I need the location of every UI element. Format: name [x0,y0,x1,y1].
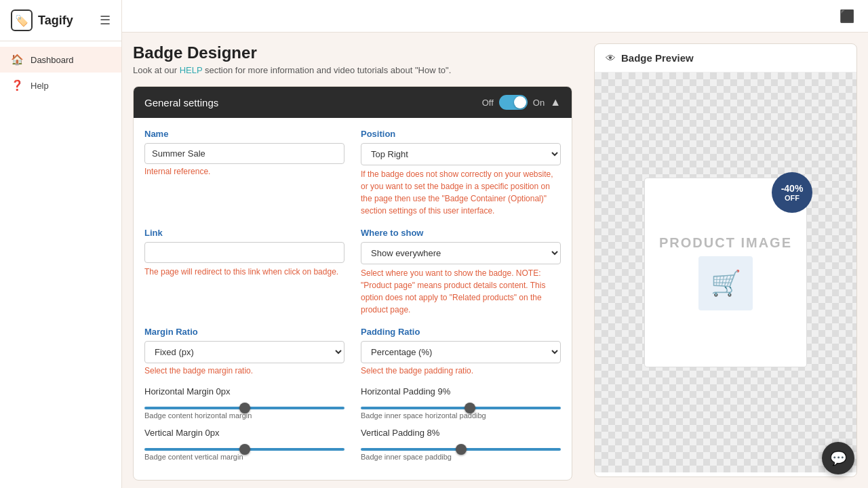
padding-ratio-hint: Select the badge padding ratio. [361,366,561,375]
where-to-show-info: Select where you want to show the badge.… [361,267,561,316]
sidebar-nav: 🏠 Dashboard ❓ Help [0,41,121,104]
sidebar: 🏷️ Tagify ☰ 🏠 Dashboard ❓ Help [0,0,122,488]
settings-header-right: Off On ▲ [482,95,561,110]
horizontal-margin-value: 0px [216,386,231,396]
name-hint: Internal reference. [144,167,344,176]
logo-text: Tagify [38,14,73,28]
exit-icon[interactable]: ⬛ [840,9,854,24]
product-image-text: PRODUCT IMAGE [659,235,792,251]
margin-ratio-select[interactable]: Fixed (px) Percentage (%) [144,341,344,363]
preview-card: 👁 Badge Preview PRODUCT IMAGE 🛒 -40% [594,43,857,477]
page-title: Badge Designer [133,43,572,62]
content-area: Badge Designer Look at our HELP section … [122,33,868,488]
vertical-padding-slider-group: Vertical Padding 8% Badge inner space pa… [361,428,561,461]
help-icon: ❓ [11,79,24,92]
horizontal-margin-title: Horizontal Margin 0px [144,386,344,396]
subtitle-prefix: Look at our [133,65,180,75]
sidebar-item-dashboard[interactable]: 🏠 Dashboard [0,47,121,73]
vertical-margin-value: 0px [205,428,220,438]
logo-icon: 🏷️ [11,9,33,31]
name-label: Name [144,129,344,139]
position-select[interactable]: Top Right Top Left Bottom Left Bottom Ri… [361,143,561,165]
chat-button[interactable]: 💬 [822,442,854,474]
general-settings-card: General settings Off On ▲ Name [133,86,572,481]
where-to-show-select[interactable]: Show everywhere Product page only Listin… [361,242,561,264]
topbar: ⬛ [122,0,868,33]
badge-percent: -40% [781,183,804,195]
toggle-on-label: On [533,98,545,108]
toggle-off-label: Off [482,98,494,108]
horizontal-margin-label: Horizontal Margin [144,386,214,396]
badge-off: OFF [785,194,800,202]
settings-header: General settings Off On ▲ [134,87,572,118]
vertical-margin-slider-group: Vertical Margin 0px Badge content vertic… [144,428,344,461]
margin-ratio-field-group: Margin Ratio Fixed (px) Percentage (%) S… [144,327,344,375]
sidebar-item-label-help: Help [31,81,49,91]
preview-body: PRODUCT IMAGE 🛒 -40% OFF [595,73,856,472]
vertical-padding-label: Vertical Padding [361,428,425,438]
horizontal-padding-slider[interactable] [361,407,561,409]
cart-icon-container: 🛒 [698,256,753,310]
vertical-padding-slider[interactable] [361,448,561,451]
vertical-padding-title: Vertical Padding 8% [361,428,561,438]
dashboard-icon: 🏠 [11,54,24,66]
vertical-margin-slider[interactable] [144,448,344,451]
preview-header: 👁 Badge Preview [595,44,856,73]
position-label: Position [361,129,561,139]
toggle-knob [514,96,526,108]
settings-header-title: General settings [144,97,218,108]
main-content: ⬛ Badge Designer Look at our HELP sectio… [122,0,868,488]
preview-title: Badge Preview [621,52,694,64]
name-input[interactable] [144,143,344,164]
padding-ratio-select[interactable]: Fixed (px) Percentage (%) [361,341,561,363]
where-to-show-field-group: Where to show Show everywhere Product pa… [361,228,561,316]
margin-ratio-hint: Select the badge margin ratio. [144,366,344,375]
link-hint: The page will redirect to this link when… [144,266,344,278]
subtitle-suffix: section for more information and video t… [202,65,451,75]
link-field-group: Link The page will redirect to this link… [144,228,344,316]
position-info: If the badge does not show correctly on … [361,168,561,217]
horizontal-margin-slider[interactable] [144,407,344,409]
horizontal-margin-slider-group: Horizontal Margin 0px Badge content hori… [144,386,344,420]
eye-icon: 👁 [606,52,616,64]
position-field-group: Position Top Right Top Left Bottom Left … [361,129,561,217]
sidebar-logo: 🏷️ Tagify ☰ [0,0,121,41]
sidebar-item-help[interactable]: ❓ Help [0,73,121,98]
padding-ratio-label: Padding Ratio [361,327,561,337]
menu-icon[interactable]: ☰ [100,13,111,28]
page-subtitle: Look at our HELP section for more inform… [133,65,572,75]
horizontal-padding-title: Horizontal Padding 9% [361,386,561,396]
horizontal-padding-slider-group: Horizontal Padding 9% Badge inner space … [361,386,561,420]
chat-icon: 💬 [830,450,847,466]
link-label: Link [144,228,344,238]
cart-icon: 🛒 [711,269,741,298]
toggle-switch[interactable] [499,95,528,110]
right-panel: 👁 Badge Preview PRODUCT IMAGE 🛒 -40% [583,33,868,488]
sidebar-item-label-dashboard: Dashboard [31,55,74,65]
horizontal-padding-value: 9% [437,386,450,396]
padding-ratio-field-group: Padding Ratio Fixed (px) Percentage (%) … [361,327,561,375]
product-image-container: PRODUCT IMAGE 🛒 -40% OFF [644,178,807,367]
collapse-icon[interactable]: ▲ [550,96,561,108]
where-to-show-label: Where to show [361,228,561,238]
badge-overlay[interactable]: -40% OFF [772,172,812,213]
link-input[interactable] [144,242,344,263]
margin-ratio-label: Margin Ratio [144,327,344,337]
logo-emoji: 🏷️ [15,14,28,27]
vertical-padding-value: 8% [427,428,440,438]
vertical-margin-label: Vertical Margin [144,428,203,438]
help-link[interactable]: HELP [180,65,203,75]
settings-body: Name Internal reference. Position Top Ri… [134,118,572,480]
name-field-group: Name Internal reference. [144,129,344,217]
vertical-margin-title: Vertical Margin 0px [144,428,344,438]
horizontal-padding-label: Horizontal Padding [361,386,435,396]
left-panel: Badge Designer Look at our HELP section … [122,33,583,488]
